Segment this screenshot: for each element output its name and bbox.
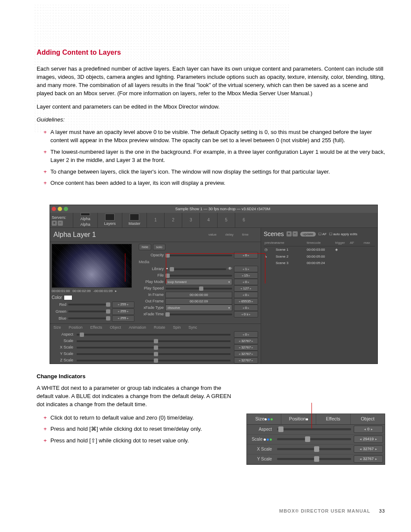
scene-tc: 00:00:05:00 <box>306 254 334 259</box>
label: Alpha <box>80 216 90 222</box>
remove-server-button[interactable]: − <box>58 221 63 226</box>
zscale-slider[interactable] <box>77 360 230 361</box>
layers-button[interactable]: Layers <box>97 213 122 227</box>
scene-row[interactable]: ◷Scene 100:00:03:00◈ <box>264 246 375 253</box>
tab-position[interactable]: Position <box>69 325 83 330</box>
list-text: Press and hold [⌘] while clicking dot to… <box>50 426 202 432</box>
layer-tab-4[interactable]: 4 <box>199 213 217 227</box>
play-icon[interactable]: ▸ <box>115 289 117 294</box>
outframe-input[interactable]: 00:00:02:09 <box>165 298 232 305</box>
xscale-slider[interactable] <box>77 347 230 348</box>
yscale-spinner[interactable]: 32767 <box>234 351 258 357</box>
col-name: name <box>275 240 306 246</box>
file-spinner[interactable]: 15 <box>234 272 258 279</box>
green-spinner[interactable]: 255 <box>112 308 134 315</box>
close-icon[interactable] <box>52 207 56 211</box>
inframe-spinner[interactable]: 0 <box>234 292 258 298</box>
aspect-slider[interactable] <box>77 334 230 336</box>
list-text: Click dot to return to default value and… <box>50 414 194 421</box>
af-checkbox[interactable]: ☐ AF <box>318 232 327 237</box>
xfadetype-dropdown[interactable]: dissolve <box>165 305 232 311</box>
solo-button[interactable]: solo <box>153 244 165 251</box>
green-slider[interactable] <box>68 311 110 312</box>
xscale-spinner[interactable]: 32767 <box>234 344 258 351</box>
timecode-row: 00:00:01:00 00:00:02:09 -00:00:01:09 ▸ <box>52 288 134 295</box>
tab-rotate[interactable]: Rotate <box>154 325 165 330</box>
layer-tab-6[interactable]: 6 <box>235 213 252 227</box>
tab-sync[interactable]: Sync <box>189 325 197 330</box>
scale-slider[interactable] <box>77 340 230 342</box>
aspect-spinner[interactable]: 0 <box>234 331 258 338</box>
library-slider[interactable] <box>170 268 226 270</box>
blue-slider[interactable] <box>68 317 110 319</box>
layer-tab-1[interactable]: 1 <box>146 213 164 227</box>
scale-spinner[interactable]: 32767 <box>234 338 258 344</box>
tab-effects[interactable]: Effects <box>90 325 102 330</box>
opacity-slider[interactable] <box>165 255 232 256</box>
list-item: A layer must have an opacity level above… <box>37 128 385 145</box>
scene-name: Scene 1 <box>275 247 306 252</box>
add-scene-button[interactable]: + <box>286 231 292 236</box>
label: Blue <box>52 316 66 321</box>
color-swatch[interactable] <box>64 295 72 300</box>
indicator-dot[interactable]: • <box>166 266 168 272</box>
list-item: Click dot to return to default value and… <box>37 414 239 422</box>
scene-row[interactable]: ↳Scene 200:00:05:00 <box>264 253 375 260</box>
tab-object[interactable]: Object <box>110 325 121 330</box>
hide-button[interactable]: hide <box>139 244 151 251</box>
master-button[interactable]: Master <box>122 213 146 227</box>
tab-size[interactable]: Size <box>53 325 61 330</box>
playspeed-spinner[interactable]: 127 <box>234 285 258 292</box>
xscale-label: X Scale <box>53 345 73 350</box>
red-spinner[interactable]: 255 <box>112 302 134 308</box>
col-max: max <box>363 240 375 246</box>
file-slider[interactable] <box>165 275 232 277</box>
tab-spin[interactable]: Spin <box>173 325 181 330</box>
update-button[interactable]: update <box>300 232 316 237</box>
add-server-button[interactable]: + <box>52 221 57 226</box>
playspeed-slider[interactable] <box>165 288 232 289</box>
layer-tab-2[interactable]: 2 <box>164 213 182 227</box>
opacity-label: Opacity <box>139 252 164 258</box>
scenes-header: preview name timecode trigger AF max <box>264 240 375 247</box>
zoom-icon[interactable] <box>64 207 68 211</box>
dd-value: dissolve <box>168 305 180 311</box>
dd-value: loop forward <box>168 280 187 285</box>
auto-apply-checkbox[interactable]: ☐ auto apply edits <box>329 232 357 237</box>
opacity-spinner[interactable]: 0 <box>234 252 258 258</box>
outframe-spinner[interactable]: 65535 <box>234 298 258 305</box>
scene-tc: 00:00:05:24 <box>306 261 334 266</box>
label: Red <box>52 302 66 308</box>
remove-scene-button[interactable]: − <box>293 231 298 236</box>
layer-tab-3[interactable]: 3 <box>182 213 199 227</box>
xfadetype-spinner[interactable]: 0 <box>234 305 258 311</box>
label: Green <box>52 309 66 314</box>
xfadetime-spinner[interactable]: 0 s <box>234 311 258 317</box>
inframe-input[interactable]: 00:00:00:00 <box>165 292 232 298</box>
blue-spinner[interactable]: 255 <box>112 315 134 322</box>
auto-apply-label: auto apply edits <box>333 232 357 236</box>
spinner[interactable]: 32767 <box>354 455 383 463</box>
minimize-icon[interactable] <box>58 207 62 211</box>
scene-row[interactable]: Scene 300:00:05:24 <box>264 260 375 267</box>
slider[interactable] <box>277 458 351 460</box>
server-alpha[interactable]: AlphaAlpha <box>73 213 97 227</box>
red-slider[interactable] <box>68 304 110 305</box>
layer-preview-image <box>52 244 132 288</box>
playmode-spinner[interactable]: 0 <box>234 279 258 285</box>
xfadetime-slider[interactable] <box>165 314 232 315</box>
manual-title: MBOX® DIRECTOR USER MANUAL <box>279 508 371 515</box>
aspect-label: Aspect <box>53 332 73 337</box>
playmode-dropdown[interactable]: loop forward <box>165 279 232 285</box>
inframe-label: In Frame <box>139 292 164 298</box>
af-label: AF <box>322 232 327 236</box>
library-spinner[interactable]: 1 <box>234 266 258 272</box>
yscale-slider[interactable] <box>77 353 230 355</box>
tab-animation[interactable]: Animation <box>129 325 146 330</box>
layer-tab-5[interactable]: 5 <box>217 213 235 227</box>
zscale-label: Z Scale <box>53 358 73 363</box>
guidelines-list: A layer must have an opacity level above… <box>37 128 385 187</box>
eye-icon[interactable]: 👁 <box>228 266 232 272</box>
zscale-spinner[interactable]: 32767 <box>234 357 258 364</box>
arrow-icon: ↳ <box>264 254 275 259</box>
